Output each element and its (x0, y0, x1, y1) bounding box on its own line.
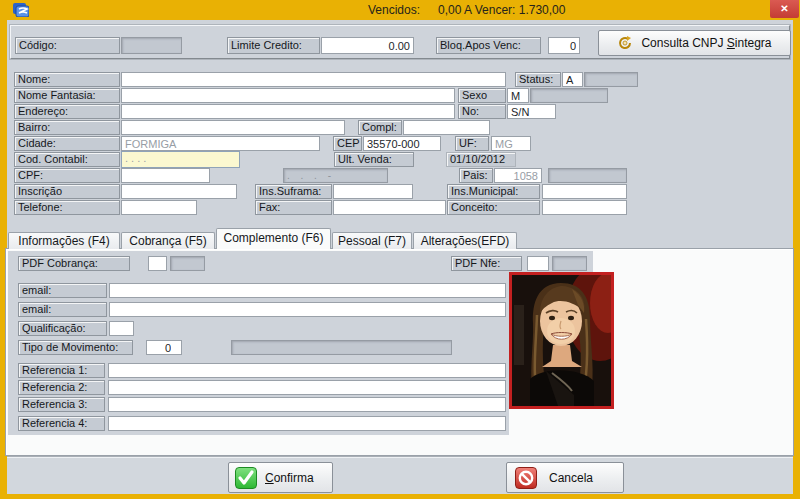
status-label: Status: (515, 72, 561, 87)
nome-fantasia-label: Nome Fantasia: (14, 88, 120, 103)
pais-input[interactable] (494, 168, 542, 183)
cancel-icon (515, 467, 537, 489)
close-icon: ✕ (780, 3, 788, 14)
telefone-input[interactable] (121, 200, 197, 215)
pdf-nfe-flag-input[interactable] (527, 256, 549, 271)
titlebar: Vencidos: 0,00 A Vencer: 1.730,00 ✕ (0, 0, 800, 20)
tipo-movimento-input[interactable] (146, 340, 182, 355)
referencia3-label: Referencia 3: (18, 397, 105, 412)
conceito-label: Conceito: (447, 200, 540, 215)
ins-municipal-input[interactable] (542, 184, 627, 199)
bloq-apos-venc-label: Bloq.Apos Venc: (436, 37, 541, 54)
telefone-label: Telefone: (14, 200, 120, 215)
complemento-input[interactable] (403, 120, 490, 135)
sexo-desc-field (530, 88, 608, 103)
cep-label: CEP (333, 136, 362, 151)
cpf-input[interactable] (121, 168, 210, 183)
limite-credito-input[interactable] (321, 37, 414, 54)
app-icon (13, 3, 29, 21)
qualificacao-input[interactable] (109, 321, 134, 336)
ins-suframa-label: Ins.Suframa: (255, 184, 332, 199)
numero-label: No: (458, 104, 506, 119)
pdf-cobranca-desc-field (170, 256, 205, 271)
tab-alteracoes-efd[interactable]: Alterações(EFD) (413, 232, 517, 249)
nome-input[interactable] (121, 72, 506, 87)
ult-venda-label: Ult. Venda: (334, 152, 414, 167)
complemento-label: Compl: (358, 120, 402, 135)
confirm-check-icon (235, 467, 257, 489)
cidade-input[interactable] (121, 136, 320, 151)
confirma-button-label: Confirma (265, 471, 314, 485)
referencia4-input[interactable] (108, 416, 506, 431)
consulta-cnpj-sintegra-button[interactable]: Consulta CNPJ Sintegra (598, 30, 791, 56)
cancela-button[interactable]: Cancela (506, 462, 624, 493)
codigo-label: Código: (15, 37, 120, 54)
numero-input[interactable] (507, 104, 556, 119)
bairro-label: Bairro: (14, 120, 120, 135)
endereco-input[interactable] (121, 104, 455, 119)
codigo-field (121, 37, 182, 54)
confirma-button[interactable]: Confirma (228, 462, 333, 493)
email1-input[interactable] (109, 283, 506, 298)
cep-input[interactable] (363, 136, 441, 151)
close-button[interactable]: ✕ (770, 0, 799, 18)
status-desc-field (584, 72, 638, 87)
qualificacao-label: Qualificação: (18, 321, 107, 336)
button-bar (7, 457, 793, 494)
cod-contabil-input[interactable]: . . . . (121, 151, 240, 168)
referencia3-input[interactable] (108, 397, 506, 412)
ins-suframa-input[interactable] (333, 184, 413, 199)
app-window: Vencidos: 0,00 A Vencer: 1.730,00 ✕ Códi… (0, 0, 800, 499)
cpf-label: CPF: (14, 168, 120, 183)
tipo-movimento-desc-field (231, 340, 452, 355)
pais-desc-field (548, 168, 627, 183)
cod-contabil-label: Cod. Contabil: (14, 152, 120, 167)
customer-photo (509, 272, 614, 409)
tab-informacoes[interactable]: Informações (F4) (8, 232, 120, 249)
tab-cobranca[interactable]: Cobrança (F5) (121, 232, 215, 249)
sync-icon (617, 35, 633, 51)
fax-label: Fax: (255, 200, 332, 215)
sexo-label: Sexo (458, 88, 506, 103)
titlebar-vencidos-label: Vencidos: (368, 3, 420, 17)
pdf-nfe-desc-field (552, 256, 587, 271)
status-input[interactable] (562, 72, 583, 87)
referencia2-label: Referencia 2: (18, 380, 105, 395)
consulta-button-label: Consulta CNPJ Sintegra (641, 36, 771, 50)
tipo-movimento-label: Tipo de Movimento: (18, 340, 133, 355)
pais-label: Pais: (459, 168, 493, 183)
referencia4-label: Referencia 4: (18, 416, 105, 431)
cpf-mask-field: . . . - (283, 168, 388, 183)
titlebar-values: 0,00 A Vencer: 1.730,00 (438, 3, 565, 17)
referencia2-input[interactable] (108, 380, 506, 395)
referencia1-label: Referencia 1: (18, 363, 105, 378)
inscricao-label: Inscrição (14, 184, 120, 199)
bloq-apos-venc-input[interactable] (548, 37, 580, 54)
email2-label: email: (18, 302, 107, 317)
endereco-label: Endereço: (14, 104, 120, 119)
ins-municipal-label: Ins.Municipal: (447, 184, 540, 199)
cancela-button-label: Cancela (549, 471, 593, 485)
sexo-input[interactable] (507, 88, 529, 103)
nome-fantasia-input[interactable] (121, 88, 455, 103)
referencia1-input[interactable] (108, 363, 506, 378)
email2-input[interactable] (109, 302, 506, 317)
pdf-nfe-label: PDF Nfe: (451, 256, 522, 271)
conceito-input[interactable] (542, 200, 627, 215)
limite-credito-label: Limite Credito: (227, 37, 320, 54)
uf-label: UF: (455, 136, 489, 151)
ult-venda-value: 01/10/2012 (446, 152, 516, 167)
nome-label: Nome: (14, 72, 120, 87)
pdf-cobranca-label: PDF Cobrança: (18, 256, 130, 271)
tab-pessoal[interactable]: Pessoal (F7) (332, 232, 412, 249)
tab-complemento[interactable]: Complemento (F6) (216, 228, 331, 249)
fax-input[interactable] (333, 200, 446, 215)
inscricao-input[interactable] (121, 184, 237, 199)
email1-label: email: (18, 283, 107, 298)
uf-input[interactable] (491, 136, 531, 151)
pdf-cobranca-flag-input[interactable] (148, 256, 167, 271)
cidade-label: Cidade: (14, 136, 120, 151)
bairro-input[interactable] (121, 120, 345, 135)
